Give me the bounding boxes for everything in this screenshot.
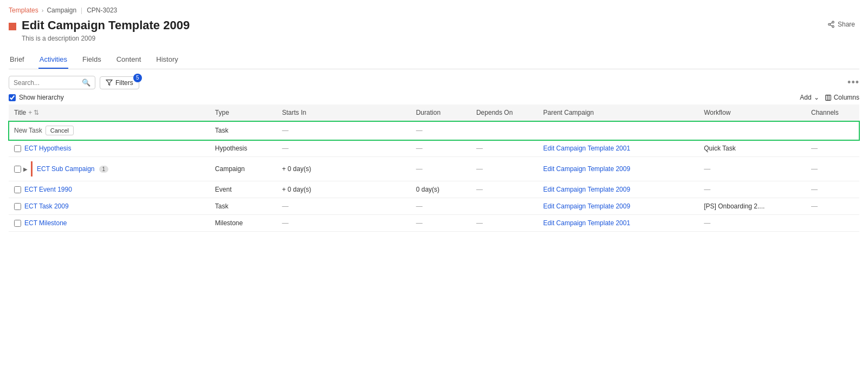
share-icon — [827, 21, 835, 28]
row-3-checkbox[interactable] — [14, 186, 21, 193]
th-title: Title + ⇅ — [9, 104, 210, 121]
new-task-workflow-cell — [698, 121, 806, 140]
show-hierarchy-toggle[interactable]: Show hierarchy — [9, 94, 64, 101]
row-1-workflow: Quick Task — [698, 140, 806, 157]
th-parent-campaign: Parent Campaign — [538, 104, 699, 121]
breadcrumb: Templates › Campaign | CPN-3023 — [9, 6, 859, 14]
filter-icon — [106, 79, 113, 86]
tab-activities[interactable]: Activities — [38, 51, 68, 69]
new-task-cancel-button[interactable]: Cancel — [46, 126, 74, 135]
row-5-checkbox[interactable] — [14, 220, 21, 227]
title-red-square — [9, 23, 16, 30]
new-task-parent-cell — [538, 121, 699, 140]
page-container: Templates › Campaign | CPN-3023 Edit Cam… — [0, 0, 868, 238]
tab-history[interactable]: History — [155, 51, 179, 69]
page-description: This is a description 2009 — [22, 35, 859, 42]
row-5-depends: — — [471, 215, 538, 232]
row-4-workflow: [PS] Onboarding 2.... — [698, 198, 806, 215]
columns-icon — [825, 94, 832, 101]
row-5-parent-link[interactable]: Edit Campaign Template 2001 — [543, 219, 631, 227]
th-workflow: Workflow — [698, 104, 806, 121]
row-1-depends: — — [471, 140, 538, 157]
th-type: Type — [210, 104, 277, 121]
add-button[interactable]: Add ⌄ — [800, 94, 819, 101]
row-1-channels: — — [806, 140, 859, 157]
table-row: ECT Hypothesis Hypothesis — — — Edit Cam… — [9, 140, 859, 157]
row-4-checkbox[interactable] — [14, 203, 21, 210]
th-starts-in: Starts In — [276, 104, 410, 121]
row-5-parent: Edit Campaign Template 2001 — [538, 215, 699, 232]
show-hierarchy-checkbox[interactable] — [9, 94, 16, 101]
row-2-checkbox[interactable] — [14, 166, 21, 173]
row-3-channels: — — [806, 181, 859, 198]
tabs: Brief Activities Fields Content History — [9, 51, 859, 69]
row-1-starts: — — [276, 140, 410, 157]
breadcrumb-templates-link[interactable]: Templates — [9, 6, 38, 14]
svg-point-2 — [832, 25, 834, 28]
row-2-expand-arrow[interactable]: ▶ — [23, 166, 28, 172]
row-5-duration: — — [411, 215, 471, 232]
th-depends-on: Depends On — [471, 104, 538, 121]
filter-button[interactable]: Filters 5 — [100, 76, 139, 89]
search-box[interactable]: 🔍 — [9, 76, 95, 89]
table-row: ECT Task 2009 Task — — Edit Campaign Tem… — [9, 198, 859, 215]
row-5-type: Milestone — [210, 215, 277, 232]
row-1-duration: — — [411, 140, 471, 157]
row-2-title-link[interactable]: ECT Sub Campaign — [37, 165, 95, 173]
row-1-title-cell: ECT Hypothesis — [9, 140, 210, 157]
row-4-duration: — — [411, 198, 471, 215]
row-3-starts: + 0 day(s) — [276, 181, 410, 198]
row-2-workflow: — — [698, 157, 806, 181]
row-2-channels: — — [806, 157, 859, 181]
svg-marker-5 — [106, 80, 112, 86]
row-5-title-cell: ECT Milestone — [9, 215, 210, 232]
tab-brief[interactable]: Brief — [9, 51, 25, 69]
row-1-type: Hypothesis — [210, 140, 277, 157]
breadcrumb-campaign: Campaign — [47, 6, 76, 14]
row-3-workflow: — — [698, 181, 806, 198]
row-3-type: Event — [210, 181, 277, 198]
search-icon: 🔍 — [82, 78, 90, 87]
row-4-parent-link[interactable]: Edit Campaign Template 2009 — [543, 202, 631, 210]
add-column-icon[interactable]: + — [28, 109, 32, 116]
search-input[interactable] — [14, 79, 79, 87]
sort-icon[interactable]: ⇅ — [34, 109, 39, 116]
new-task-depends-cell — [471, 121, 538, 140]
share-button[interactable]: Share — [823, 18, 859, 30]
row-5-channels — [806, 215, 859, 232]
row-3-parent: Edit Campaign Template 2009 — [538, 181, 699, 198]
row-2-depends: — — [471, 157, 538, 181]
row-5-title-link[interactable]: ECT Milestone — [24, 219, 67, 227]
title-wrap: Edit Campaign Template 2009 — [9, 18, 190, 32]
new-task-duration-cell: — — [411, 121, 471, 140]
tab-content[interactable]: Content — [115, 51, 142, 69]
new-task-title-cell: New Task Cancel — [9, 121, 210, 140]
row-2-parent: Edit Campaign Template 2009 — [538, 157, 699, 181]
tab-fields[interactable]: Fields — [81, 51, 102, 69]
th-duration: Duration — [411, 104, 471, 121]
row-2-type: Campaign — [210, 157, 277, 181]
row-4-title-link[interactable]: ECT Task 2009 — [24, 202, 69, 210]
table-header-row: Title + ⇅ Type Starts In Duration Depend… — [9, 104, 859, 121]
row-3-parent-link[interactable]: Edit Campaign Template 2009 — [543, 186, 631, 193]
row-2-parent-link[interactable]: Edit Campaign Template 2009 — [543, 165, 631, 173]
row-1-checkbox[interactable] — [14, 145, 21, 152]
th-title-icons[interactable]: + ⇅ — [28, 109, 39, 116]
right-controls: Add ⌄ Columns — [800, 94, 859, 101]
row-1-parent: Edit Campaign Template 2001 — [538, 140, 699, 157]
breadcrumb-chevron: › — [42, 7, 44, 14]
row-1-parent-link[interactable]: Edit Campaign Template 2001 — [543, 145, 631, 152]
row-1-title-link[interactable]: ECT Hypothesis — [24, 145, 71, 152]
svg-point-0 — [832, 21, 834, 23]
table-row: ECT Milestone Milestone — — — Edit Campa… — [9, 215, 859, 232]
new-task-type-cell: Task — [210, 121, 277, 140]
row-4-depends — [471, 198, 538, 215]
th-channels: Channels — [806, 104, 859, 121]
row-4-starts: — — [276, 198, 410, 215]
row-4-type: Task — [210, 198, 277, 215]
more-options-button[interactable]: ••• — [847, 77, 859, 88]
row-2-red-bar — [31, 161, 33, 176]
row-3-title-link[interactable]: ECT Event 1990 — [24, 186, 72, 193]
columns-button[interactable]: Columns — [825, 94, 859, 101]
svg-point-1 — [828, 23, 831, 25]
